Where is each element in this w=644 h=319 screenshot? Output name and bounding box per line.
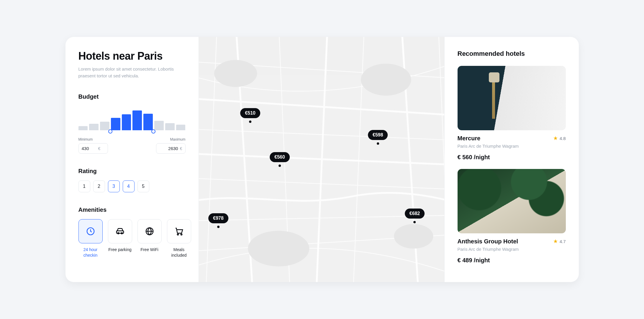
hotel-location: Paris Arc de Triumphe Wagram (458, 144, 519, 149)
amenity-label: Meals included (167, 247, 191, 258)
map-pin-dot (249, 121, 251, 123)
budget-max-value[interactable] (163, 146, 178, 151)
rating-button-4[interactable]: 4 (123, 180, 135, 192)
budget-heading: Budget (78, 93, 186, 100)
amenity-label: Free parking (108, 247, 132, 253)
star-icon: ★ (553, 238, 558, 245)
budget-min-value[interactable] (82, 146, 96, 151)
map-panel[interactable]: €510€560€598€978€682 (199, 37, 444, 282)
budget-min-input[interactable]: € (78, 143, 108, 154)
svg-point-5 (177, 234, 178, 235)
map-pin-price: €978 (208, 213, 228, 223)
hotel-rating-value: 4.7 (560, 239, 566, 244)
budget-histogram-bar (89, 124, 99, 130)
hotel-price: € 489 /night (458, 257, 566, 264)
rating-heading: Rating (78, 168, 186, 175)
rating-button-3[interactable]: 3 (108, 180, 120, 192)
amenity-label: Free WiFi (140, 247, 158, 253)
budget-histogram-bar (176, 125, 186, 130)
hotel-search-card: Hotels near Paris Lorem ipsum dolor sit … (65, 37, 579, 282)
budget-histogram-bar (165, 123, 175, 130)
hotel-image (458, 169, 566, 233)
svg-point-11 (394, 224, 433, 248)
svg-point-8 (214, 60, 257, 87)
budget-histogram-bar (154, 121, 164, 130)
map-price-pin[interactable]: €598 (368, 130, 388, 145)
hotel-location: Paris Arc de Triumphe Wagram (458, 247, 519, 252)
page-subtitle: Lorem ipsum dolor sit amet consectetur. … (78, 66, 186, 79)
budget-histogram-bar (100, 122, 109, 130)
amenity-globe[interactable]: Free WiFi (137, 219, 162, 258)
budget-histogram-bar (78, 126, 88, 130)
currency-symbol: € (98, 146, 101, 151)
amenity-cart[interactable]: Meals included (167, 219, 191, 258)
map-pin-dot (217, 226, 219, 228)
svg-point-9 (361, 64, 411, 96)
map-pin-dot (278, 165, 281, 167)
budget-slider-min-handle[interactable] (108, 129, 112, 134)
budget-histogram-bar (143, 114, 153, 130)
map-pin-dot (414, 221, 416, 223)
currency-symbol: € (180, 146, 182, 151)
svg-point-10 (248, 231, 309, 266)
filters-panel: Hotels near Paris Lorem ipsum dolor sit … (65, 37, 199, 282)
amenity-clock[interactable]: 24 hour checkin (78, 219, 103, 258)
map-basemap (199, 37, 444, 282)
map-pin-price: €682 (405, 209, 425, 219)
map-price-pin[interactable]: €560 (270, 152, 290, 167)
budget-histogram[interactable] (78, 107, 186, 133)
hotel-image (458, 66, 566, 130)
page-title: Hotels near Paris (78, 50, 186, 62)
hotel-price: € 560 /night (458, 154, 566, 161)
budget-slider-max-handle[interactable] (151, 129, 155, 134)
rating-button-2[interactable]: 2 (93, 180, 105, 192)
amenity-car[interactable]: Free parking (108, 219, 132, 258)
map-price-pin[interactable]: €510 (240, 108, 260, 123)
rating-button-1[interactable]: 1 (78, 180, 90, 192)
star-icon: ★ (553, 135, 558, 141)
map-pin-price: €598 (368, 130, 388, 140)
budget-histogram-bar (111, 118, 120, 130)
budget-histogram-bar (122, 114, 131, 130)
hotel-rating-value: 4.8 (560, 136, 566, 141)
clock-icon[interactable] (78, 219, 103, 243)
car-icon[interactable] (108, 219, 132, 243)
map-pin-price: €510 (240, 108, 260, 118)
amenity-label: 24 hour checkin (78, 247, 103, 258)
svg-point-6 (181, 234, 182, 235)
map-pin-price: €560 (270, 152, 290, 162)
amenities-heading: Amenities (78, 206, 186, 213)
hotel-name: Anthesis Group Hotel (458, 238, 519, 245)
recommended-heading: Recommended hotels (458, 50, 566, 58)
amenities-options: 24 hour checkinFree parkingFree WiFiMeal… (78, 219, 186, 258)
budget-max-input[interactable]: € (156, 143, 186, 154)
hotel-name: Mercure (458, 135, 519, 142)
rating-button-5[interactable]: 5 (137, 180, 149, 192)
hotel-rating: ★4.7 (553, 238, 566, 245)
hotel-card[interactable]: MercureParis Arc de Triumphe Wagram★4.8€… (458, 66, 566, 161)
rating-options: 12345 (78, 180, 186, 192)
map-pin-dot (377, 142, 379, 145)
cart-icon[interactable] (167, 219, 191, 243)
budget-min-label: Minimum (78, 137, 108, 141)
hotel-rating: ★4.8 (553, 135, 566, 141)
budget-max-label: Maximum (156, 137, 186, 141)
budget-histogram-bar (132, 110, 142, 130)
map-price-pin[interactable]: €682 (405, 209, 425, 223)
recommended-panel: Recommended hotels MercureParis Arc de T… (444, 37, 579, 282)
globe-icon[interactable] (137, 219, 162, 243)
map-price-pin[interactable]: €978 (208, 213, 228, 228)
hotel-card[interactable]: Anthesis Group HotelParis Arc de Triumph… (458, 169, 566, 264)
